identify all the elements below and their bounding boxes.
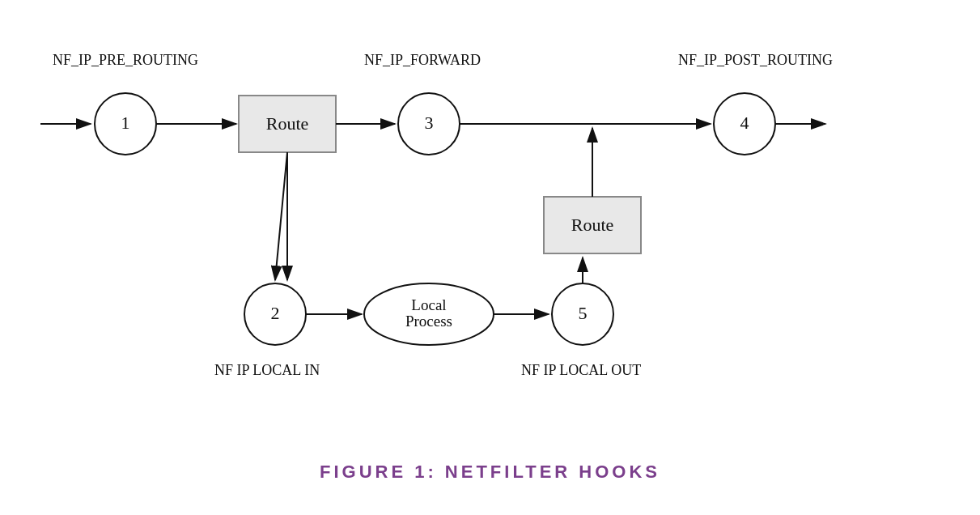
caption-text: FIGURE 1: NETFILTER HOOKS — [320, 462, 660, 482]
route-box-1-label: Route — [266, 113, 309, 134]
figure-caption: FIGURE 1: NETFILTER HOOKS — [0, 462, 980, 483]
node-5-label: 5 — [579, 303, 588, 323]
arrow-route1-2b — [275, 152, 287, 280]
label-nf-ip-local-in: NF IP LOCAL IN — [214, 362, 320, 378]
netfilter-diagram: NF_IP_PRE_ROUTING NF_IP_FORWARD NF_IP_PO… — [0, 0, 980, 515]
label-nf-ip-forward: NF_IP_FORWARD — [364, 52, 481, 68]
local-process-label-1: Local — [411, 296, 446, 313]
local-process-label-2: Process — [405, 313, 452, 330]
node-4-label: 4 — [740, 113, 749, 133]
diagram-container: NF_IP_PRE_ROUTING NF_IP_FORWARD NF_IP_PO… — [0, 0, 980, 515]
node-2-label: 2 — [271, 303, 280, 323]
route-box-2-label: Route — [571, 215, 614, 235]
label-nf-ip-local-out: NF IP LOCAL OUT — [521, 362, 641, 378]
label-nf-ip-post-routing: NF_IP_POST_ROUTING — [678, 52, 833, 68]
label-nf-ip-pre-routing: NF_IP_PRE_ROUTING — [53, 52, 198, 68]
node-3-label: 3 — [425, 113, 434, 133]
node-1-label: 1 — [121, 113, 130, 133]
